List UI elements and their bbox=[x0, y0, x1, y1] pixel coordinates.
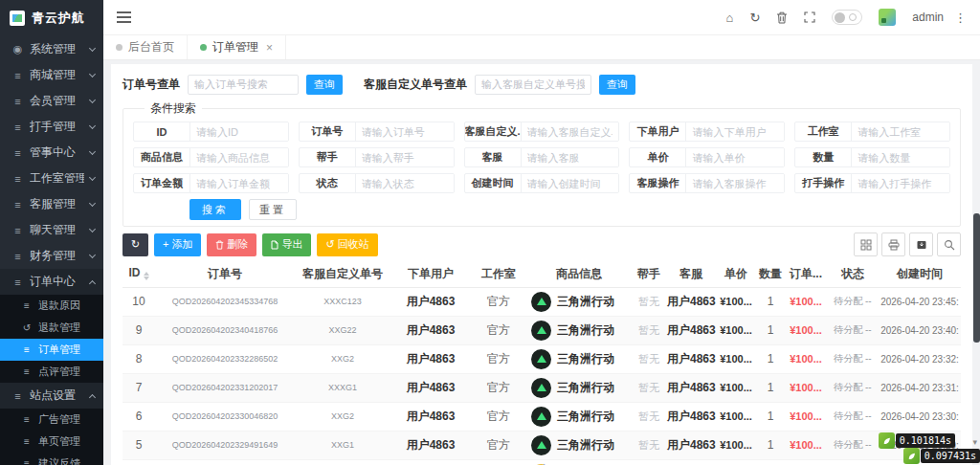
sidebar-item-page-manage[interactable]: ≡单页管理 bbox=[0, 431, 103, 453]
export-table-icon[interactable] bbox=[909, 232, 933, 256]
delta-force-game-icon bbox=[531, 321, 551, 341]
avatar[interactable] bbox=[879, 9, 896, 26]
order-search-button[interactable]: 查询 bbox=[306, 75, 343, 95]
sidebar-item-order-center[interactable]: ≡订单中心 bbox=[0, 269, 103, 295]
brand[interactable]: 青云护航 bbox=[0, 0, 103, 36]
tab-dot-icon bbox=[200, 44, 207, 51]
list-icon: ≡ bbox=[11, 225, 24, 236]
refresh-icon[interactable]: ↻ bbox=[749, 11, 760, 24]
filter-input-0[interactable] bbox=[189, 122, 288, 141]
perf-badge[interactable]: 0.101814s bbox=[879, 432, 955, 449]
perf-leaf-icon bbox=[879, 432, 895, 449]
status-text: 待分配 bbox=[834, 324, 862, 335]
filter-input-4[interactable] bbox=[851, 122, 949, 141]
filter-field-6: 帮手 bbox=[299, 147, 455, 167]
filter-input-8[interactable] bbox=[685, 148, 784, 166]
column-header-9: 数量 bbox=[756, 262, 785, 287]
sidebar-item-steward[interactable]: ≡管事中心 bbox=[0, 140, 103, 166]
sidebar-item-refund-reason[interactable]: ≡退款原因 bbox=[0, 295, 103, 317]
app-root: 青云护航 ◉系统管理≡商城管理≡会员管理≡打手管理≡管事中心≡工作室管理≡客服管… bbox=[0, 0, 980, 465]
sidebar-item-fighter[interactable]: ≡打手管理 bbox=[0, 114, 103, 140]
more-menu-icon[interactable]: ⋮ bbox=[954, 11, 967, 25]
export-button[interactable]: 导出 bbox=[262, 233, 311, 256]
sidebar-item-review-manage[interactable]: ≡点评管理 bbox=[0, 361, 103, 383]
list-icon: ≡ bbox=[11, 70, 24, 81]
add-button[interactable]: +添加 bbox=[154, 233, 201, 256]
sidebar-item-member[interactable]: ≡会员管理 bbox=[0, 88, 103, 114]
sidebar-item-ad-manage[interactable]: ≡广告管理 bbox=[0, 409, 103, 431]
status-op: -- bbox=[862, 353, 871, 364]
sidebar-item-order-manage[interactable]: ≡订单管理 bbox=[0, 339, 103, 361]
filter-reset-button[interactable]: 重置 bbox=[249, 199, 297, 220]
column-header-0[interactable]: ID bbox=[122, 262, 155, 287]
home-icon[interactable]: ⌂ bbox=[726, 11, 734, 24]
sidebar-item-customer-service[interactable]: ≡客服管理 bbox=[0, 191, 103, 217]
tab-dashboard[interactable]: 后台首页 bbox=[103, 35, 188, 59]
filter-input-2[interactable] bbox=[521, 122, 619, 141]
content-area: 订单号查单 查询 客服自定义单号查单 查询 条件搜索 ID订单号客服自定义...… bbox=[103, 60, 980, 465]
cell-service: 用户4863 bbox=[666, 431, 716, 459]
custom-search-input[interactable] bbox=[475, 75, 591, 95]
delta-force-game-icon bbox=[531, 435, 551, 455]
status-text: 待分配 bbox=[834, 410, 862, 421]
clear-cache-icon[interactable] bbox=[776, 11, 788, 24]
orders-table: ID订单号客服自定义单号下单用户工作室商品信息帮手客服单价数量订单...状态创建… bbox=[122, 262, 961, 465]
theme-toggle[interactable] bbox=[832, 10, 862, 25]
filter-input-3[interactable] bbox=[685, 122, 784, 141]
column-header-12: 创建时间 bbox=[879, 262, 961, 287]
cell-price: ¥100... bbox=[716, 459, 756, 465]
columns-filter-icon[interactable] bbox=[854, 232, 878, 256]
sidebar-item-feedback[interactable]: ≡建议反馈 bbox=[0, 453, 103, 465]
list-icon: ≡ bbox=[11, 277, 24, 288]
perf-time: 0.101814s bbox=[896, 433, 955, 448]
cell-user: 用户4863 bbox=[390, 373, 471, 402]
fullscreen-icon[interactable] bbox=[804, 11, 815, 23]
list-icon: ≡ bbox=[21, 300, 33, 311]
filter-input-6[interactable] bbox=[355, 148, 454, 166]
collapse-sidebar-icon[interactable] bbox=[117, 9, 131, 26]
scrollbar-thumb[interactable] bbox=[973, 213, 980, 343]
sidebar-item-chat[interactable]: ≡聊天管理 bbox=[0, 217, 103, 243]
list-icon: ≡ bbox=[11, 122, 24, 133]
recycle-bin-button[interactable]: ↺回收站 bbox=[317, 233, 377, 256]
filter-input-7[interactable] bbox=[521, 148, 619, 166]
table-row: 8QOD202604202332286502XXG2用户4863官方三角洲行动暂… bbox=[122, 344, 961, 373]
sidebar-item-mall[interactable]: ≡商城管理 bbox=[0, 62, 103, 88]
filter-grid: ID订单号客服自定义...下单用户工作室商品信息帮手客服单价数量订单金额状态创建… bbox=[133, 122, 950, 193]
refresh-table-button[interactable]: ↻ bbox=[122, 233, 148, 256]
print-icon[interactable] bbox=[881, 232, 905, 256]
sidebar-item-finance[interactable]: ≡财务管理 bbox=[0, 243, 103, 269]
username[interactable]: admin bbox=[912, 11, 944, 24]
triangle-icon bbox=[537, 441, 546, 449]
delete-button[interactable]: 删除 bbox=[207, 233, 256, 256]
cell-product: 三角洲行动 bbox=[526, 344, 632, 373]
cell-status: 待分配 -- bbox=[827, 287, 879, 316]
plus-icon: + bbox=[163, 239, 168, 250]
perf-badge[interactable]: 0.097431s bbox=[903, 448, 980, 464]
sidebar-item-refund-manage[interactable]: ↺退款管理 bbox=[0, 317, 103, 339]
sidebar-item-studio[interactable]: ≡工作室管理 bbox=[0, 166, 103, 191]
sort-icon[interactable] bbox=[144, 269, 149, 283]
filter-input-1[interactable] bbox=[355, 122, 454, 141]
search-icon[interactable] bbox=[937, 232, 961, 256]
filter-input-10[interactable] bbox=[189, 174, 288, 192]
filter-input-12[interactable] bbox=[521, 174, 619, 192]
filter-input-9[interactable] bbox=[851, 148, 949, 166]
custom-search-button[interactable]: 查询 bbox=[599, 75, 635, 95]
filter-search-button[interactable]: 搜索 bbox=[189, 199, 241, 220]
cell-order_no: QOD202604202330046820 bbox=[155, 402, 295, 431]
main-area: ⌂ ↻ admin ⋮ 后台首页 订单管理 bbox=[103, 0, 980, 465]
order-search-label: 订单号查单 bbox=[122, 77, 180, 93]
sidebar-item-system[interactable]: ◉系统管理 bbox=[0, 36, 103, 62]
scroll-caret-icon[interactable]: ▾ bbox=[972, 437, 977, 447]
filter-input-11[interactable] bbox=[355, 174, 454, 192]
sidebar-item-site-settings[interactable]: ≡站点设置 bbox=[0, 383, 103, 409]
order-search-input[interactable] bbox=[188, 75, 299, 95]
filter-input-14[interactable] bbox=[851, 174, 949, 192]
filter-input-5[interactable] bbox=[189, 148, 288, 166]
close-tab-icon[interactable]: × bbox=[266, 41, 273, 55]
tab-order-manage[interactable]: 订单管理 × bbox=[188, 35, 286, 59]
filter-input-13[interactable] bbox=[685, 174, 784, 192]
delta-force-game-icon bbox=[531, 407, 551, 427]
cell-id: 10 bbox=[122, 287, 155, 316]
